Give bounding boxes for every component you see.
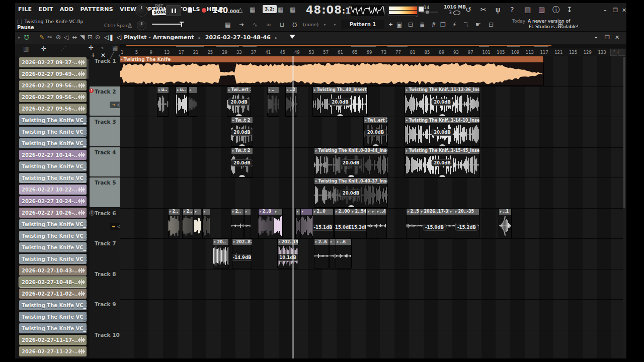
- clip-gain-badge[interactable]: -15.1dB: [313, 224, 333, 231]
- audio-clip[interactable]: ▸202..82-14.9dB: [232, 239, 252, 268]
- clip-header[interactable]: ▸2..5: [407, 209, 420, 215]
- channel-rack-icon[interactable]: ≣: [420, 22, 425, 28]
- clip-header[interactable]: ▸..1: [499, 209, 511, 215]
- clip-header[interactable]: ▸..: [268, 87, 279, 93]
- restore-button[interactable]: ❐: [613, 7, 618, 14]
- snap-arrow-icon[interactable]: ▸: [324, 23, 326, 27]
- audio-clip[interactable]: ▸20..: [213, 239, 228, 268]
- preview-speaker-icon[interactable]: ◁: [117, 34, 121, 40]
- playlist-restore-button[interactable]: ❐: [605, 34, 610, 41]
- audio-clip[interactable]: ▸..: [268, 87, 279, 116]
- clip-gain-badge[interactable]: 10.1dB: [278, 254, 298, 261]
- browser-item[interactable]: 2026-02-27 09-49-..: [19, 69, 87, 79]
- tab-automation-icon[interactable]: ⌁: [101, 45, 104, 51]
- clip-header[interactable]: ▸Twisting Th..40_Insert 2: [313, 87, 367, 93]
- paint-tool-icon[interactable]: ✑: [47, 34, 52, 40]
- delete-tool-icon[interactable]: ⊘: [56, 34, 61, 40]
- browser-item[interactable]: Twisting The Knife VC_20..: [19, 219, 87, 229]
- detached-windows-icon[interactable]: ⊟: [408, 22, 413, 28]
- playlist-magnet-icon[interactable]: Ω: [24, 34, 29, 40]
- audio-clip[interactable]: ▸2..54-15.3dB: [351, 209, 366, 238]
- performance-mode-icon[interactable]: ⋰: [60, 46, 66, 52]
- picker-panel-icon[interactable]: ▥: [23, 46, 29, 52]
- record-arm-icon[interactable]: ➜: [112, 224, 115, 229]
- audio-clip[interactable]: ▸2..: [169, 209, 180, 238]
- time-signature-box[interactable]: 3.2:: [263, 5, 277, 13]
- clip-header[interactable]: ▸: [203, 209, 210, 215]
- audio-clip[interactable]: ▸: [296, 209, 301, 238]
- info-icon[interactable]: ⓘ: [552, 6, 559, 13]
- browser-item[interactable]: Twisting The Knife VC_20..: [19, 127, 87, 137]
- clip-handle[interactable]: [348, 175, 354, 177]
- mini-slider[interactable]: [421, 12, 438, 13]
- clip-handle[interactable]: [348, 205, 354, 207]
- note-slide-icon[interactable]: ∿: [253, 22, 258, 28]
- browser-item[interactable]: 2026-02-27-11-02-..: [19, 289, 87, 299]
- time-display[interactable]: 48:08:17B S T: [306, 4, 357, 16]
- vertical-scrollbar[interactable]: [623, 56, 626, 358]
- minimize-button[interactable]: –: [604, 7, 607, 14]
- browser-item[interactable]: Twisting The Knife VC_20..: [19, 254, 87, 264]
- clip-header[interactable]: ▸: [371, 209, 376, 215]
- browser-item[interactable]: 2026-02-27 09-56-..: [19, 80, 87, 90]
- clip-header[interactable]: ▸202..19: [278, 239, 298, 245]
- browser-item[interactable]: 2026-02-27-10-48-..: [19, 277, 87, 287]
- audio-clip[interactable]: ▸: [245, 209, 251, 238]
- audio-track-mode-icon[interactable]: ✛: [41, 46, 46, 52]
- clip-gain-badge[interactable]: 20.0dB: [340, 159, 362, 166]
- clip-header[interactable]: ▸2..: [183, 209, 193, 215]
- audio-clip[interactable]: ▸: [449, 209, 454, 238]
- slip-tool-icon[interactable]: ↔: [72, 34, 77, 40]
- audio-clip[interactable]: ▸20..-35-15.2dB: [454, 209, 479, 238]
- audio-clip[interactable]: ▸Twisting The Knif..1-14-10_Insert 220.0…: [405, 117, 479, 146]
- audio-clip[interactable]: ▸u..: [176, 87, 187, 116]
- clip-header[interactable]: ▸Twisting The Knif..0-40-37_Insert 2: [314, 178, 387, 184]
- timeline-ruler[interactable]: 1591317212529333741454953576165697377818…: [120, 48, 626, 56]
- clip-header[interactable]: ▸Tw..t 2: [231, 117, 253, 123]
- audio-clip[interactable]: ▸Tw..t 220.0dB: [231, 148, 253, 177]
- clip-handle[interactable]: [338, 114, 343, 116]
- browser-item[interactable]: Twisting The Knife VC_20..: [19, 231, 87, 241]
- link-icon[interactable]: ∞: [266, 22, 271, 28]
- clip-header[interactable]: ▸Twisting The Knife: [120, 56, 543, 62]
- audio-clip[interactable]: ▸..1: [499, 209, 511, 238]
- clip-gain-badge[interactable]: -15.0dB: [423, 224, 446, 231]
- clip-gain-badge[interactable]: 20.0dB: [228, 99, 250, 106]
- clip-header[interactable]: ▸Tw..t 2: [231, 148, 253, 154]
- microphone-icon[interactable]: ψ: [496, 6, 500, 13]
- typing-keyboard-icon[interactable]: ▦: [225, 22, 230, 28]
- menu-patterns[interactable]: PATTERNS: [80, 6, 113, 13]
- clip-gain-badge[interactable]: 20.0dB: [431, 129, 453, 136]
- clip-handle[interactable]: [236, 114, 242, 116]
- clip-header[interactable]: ▸2026..17-35: [420, 209, 449, 215]
- clip-header[interactable]: ▸: [301, 209, 313, 215]
- clip-gain-badge[interactable]: 20.0dB: [431, 159, 453, 166]
- clip-header[interactable]: ▸20..: [213, 239, 228, 245]
- mixer-icon[interactable]: #: [431, 22, 436, 28]
- audio-clip[interactable]: ▸u..: [157, 87, 169, 116]
- clip-header[interactable]: ▸202..82: [232, 239, 252, 245]
- record-button[interactable]: [198, 5, 209, 15]
- clip-gain-badge[interactable]: 20.0dB: [329, 99, 351, 106]
- audio-clip[interactable]: ▸2026..17-35-15.0dB: [420, 209, 449, 238]
- tab-audio-icon[interactable]: ✛: [89, 45, 94, 51]
- mute-tool-icon[interactable]: ◁: [64, 34, 68, 40]
- browser-item[interactable]: Twisting The Knife VC_20..: [19, 323, 87, 333]
- audio-clip[interactable]: ▸Twi..ert 220.0dB: [364, 117, 387, 146]
- step-edit-icon[interactable]: ➜: [239, 22, 244, 28]
- clip-area[interactable]: ▸Twisting The Knife▸u..▸u..▸▸Twi..ert 22…: [120, 56, 626, 358]
- menu-edit[interactable]: EDIT: [38, 6, 53, 13]
- clip-header[interactable]: ▸Twisting The Knif..11-12-36_Insert 2: [405, 87, 479, 93]
- clip-gain-badge[interactable]: 20.0dB: [231, 159, 253, 166]
- keyboard-time-icon[interactable]: ▦: [250, 7, 255, 13]
- add-pattern-button[interactable]: +: [388, 21, 393, 28]
- audio-clip[interactable]: ▸: [189, 87, 197, 116]
- browser-item[interactable]: Twisting The Knife VC_20..: [19, 242, 87, 252]
- clip-header[interactable]: ▸: [274, 209, 282, 215]
- clip-header[interactable]: ▸2..: [231, 209, 244, 215]
- clip-gain-badge[interactable]: 20.0dB: [431, 99, 453, 106]
- audio-clip[interactable]: ▸Twisting The Knif..0-38-44_Insert 220.0…: [314, 148, 387, 177]
- undo-icon[interactable]: ↺: [465, 6, 471, 13]
- clip-gain-badge[interactable]: 20.0dB: [340, 190, 362, 197]
- clip-header[interactable]: ▸Twisting The Knif..1-15-45_Insert 2: [405, 148, 479, 154]
